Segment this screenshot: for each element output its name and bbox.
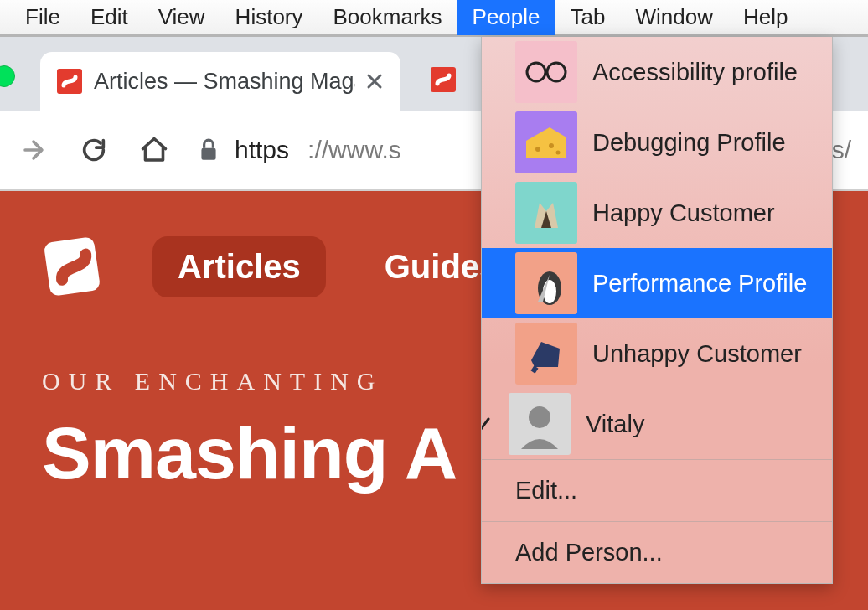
- profile-label: Performance Profile: [592, 270, 807, 297]
- profile-accessibility[interactable]: Accessibility profile: [482, 37, 832, 107]
- svg-point-11: [529, 406, 550, 428]
- menu-help[interactable]: Help: [728, 0, 803, 35]
- menu-bookmarks[interactable]: Bookmarks: [318, 0, 457, 35]
- avatar-cat-icon: [515, 182, 577, 244]
- svg-point-6: [535, 147, 540, 152]
- profile-vitaly[interactable]: Vitaly: [482, 389, 832, 459]
- favicon-smashing-icon: [57, 69, 82, 94]
- profile-performance[interactable]: Performance Profile: [482, 248, 832, 318]
- avatar-elephant-icon: [515, 323, 577, 385]
- profile-unhappy-customer[interactable]: Unhappy Customer: [482, 318, 832, 389]
- menu-view[interactable]: View: [143, 0, 220, 35]
- url-scheme: https: [235, 136, 289, 164]
- svg-point-5: [547, 63, 566, 81]
- profile-label: Debugging Profile: [592, 129, 786, 157]
- tab-title: Articles — Smashing Magazi: [94, 69, 355, 95]
- check-icon: [481, 415, 493, 433]
- nav-articles[interactable]: Articles: [152, 236, 326, 297]
- url-host: ://www.s: [307, 136, 401, 164]
- menu-history[interactable]: History: [220, 0, 318, 35]
- svg-rect-2: [201, 148, 215, 160]
- menu-tab[interactable]: Tab: [555, 0, 621, 35]
- forward-button[interactable]: [17, 133, 50, 167]
- traffic-light-green-icon[interactable]: [0, 65, 15, 87]
- menu-edit[interactable]: Edit: [75, 0, 143, 35]
- svg-point-8: [556, 151, 561, 155]
- svg-point-7: [549, 143, 554, 148]
- svg-point-4: [527, 63, 545, 81]
- profile-label: Vitaly: [586, 411, 644, 438]
- menu-file[interactable]: File: [10, 0, 75, 35]
- reload-button[interactable]: [77, 133, 111, 167]
- menu-people[interactable]: People: [457, 0, 555, 35]
- profile-happy-customer[interactable]: Happy Customer: [482, 178, 832, 248]
- people-dropdown: Accessibility profile Debugging Profile …: [481, 37, 833, 584]
- profile-label: Happy Customer: [592, 199, 775, 227]
- profile-label: Accessibility profile: [592, 59, 798, 86]
- menu-window[interactable]: Window: [620, 0, 727, 35]
- favicon-smashing-secondary-icon[interactable]: [431, 67, 456, 92]
- profile-debugging[interactable]: Debugging Profile: [482, 107, 832, 178]
- home-button[interactable]: [137, 133, 171, 167]
- people-add-person[interactable]: Add Person...: [482, 522, 832, 583]
- avatar-glasses-icon: [515, 41, 577, 103]
- people-edit[interactable]: Edit...: [482, 460, 832, 521]
- site-logo-icon[interactable]: [42, 233, 102, 300]
- os-menubar: File Edit View History Bookmarks People …: [0, 0, 868, 37]
- lock-icon: [198, 137, 220, 163]
- browser-tab-active[interactable]: Articles — Smashing Magazi: [40, 52, 400, 111]
- avatar-person-icon: [509, 393, 571, 455]
- close-tab-icon[interactable]: [365, 72, 384, 90]
- profile-label: Unhappy Customer: [592, 340, 802, 368]
- avatar-cheese-icon: [515, 111, 577, 173]
- avatar-penguin-icon: [515, 252, 577, 314]
